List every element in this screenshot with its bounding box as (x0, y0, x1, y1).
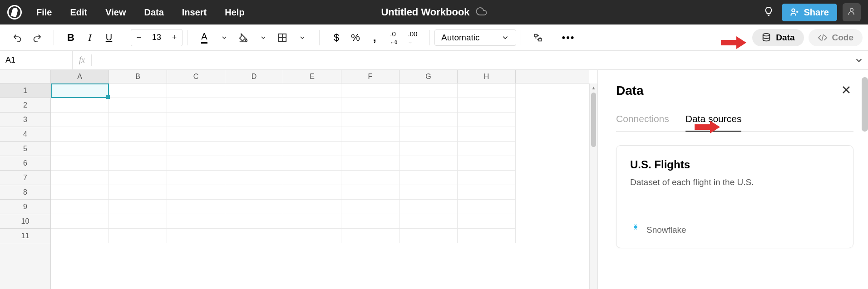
scroll-thumb[interactable] (591, 93, 596, 147)
cell[interactable] (51, 98, 109, 113)
cell[interactable] (225, 214, 283, 229)
cell[interactable] (458, 142, 516, 156)
cell[interactable] (167, 185, 225, 200)
cell[interactable] (51, 127, 109, 142)
cell[interactable] (458, 127, 516, 142)
cell[interactable] (109, 214, 167, 229)
comma-button[interactable]: , (366, 29, 383, 46)
cell[interactable] (399, 200, 458, 214)
cell[interactable] (399, 156, 458, 171)
cell[interactable] (225, 127, 283, 142)
cell[interactable] (167, 200, 225, 214)
undo-button[interactable] (9, 29, 26, 46)
cell[interactable] (399, 142, 458, 156)
sheet-vertical-scrollbar[interactable]: ▲ (589, 83, 597, 289)
italic-button[interactable]: I (81, 29, 99, 46)
cell[interactable] (283, 185, 341, 200)
cell[interactable] (458, 200, 516, 214)
app-logo[interactable] (7, 5, 22, 20)
cell[interactable] (399, 171, 458, 185)
workbook-title[interactable]: Untitled Workbook (381, 6, 469, 18)
cell[interactable] (458, 83, 516, 98)
menu-help[interactable]: Help (225, 7, 244, 18)
font-size-value[interactable]: 13 (147, 33, 167, 42)
cell[interactable] (167, 98, 225, 113)
row-header[interactable]: 4 (0, 127, 50, 142)
cell[interactable] (341, 185, 399, 200)
cell[interactable] (341, 83, 399, 98)
cell[interactable] (225, 229, 283, 243)
cell[interactable] (167, 156, 225, 171)
cell-a1[interactable] (51, 83, 109, 98)
cell[interactable] (341, 113, 399, 127)
col-header[interactable]: E (283, 70, 341, 83)
cell[interactable] (51, 214, 109, 229)
menu-file[interactable]: File (36, 7, 52, 18)
row-header[interactable]: 2 (0, 98, 50, 113)
cell[interactable] (458, 98, 516, 113)
cell[interactable] (109, 142, 167, 156)
row-header[interactable]: 5 (0, 142, 50, 156)
cell[interactable] (109, 171, 167, 185)
cell[interactable] (458, 229, 516, 243)
menu-view[interactable]: View (105, 7, 126, 18)
percent-button[interactable]: % (347, 29, 364, 46)
fill-color-button[interactable] (235, 29, 252, 46)
cell[interactable] (283, 113, 341, 127)
cells-grid[interactable] (51, 83, 589, 289)
scroll-up-icon[interactable]: ▲ (590, 83, 597, 92)
row-header[interactable]: 10 (0, 214, 50, 229)
cell[interactable] (283, 171, 341, 185)
fill-color-dropdown[interactable] (255, 29, 272, 46)
cell[interactable] (51, 171, 109, 185)
cell[interactable] (283, 156, 341, 171)
borders-dropdown[interactable] (294, 29, 311, 46)
cell[interactable] (225, 83, 283, 98)
redo-button[interactable] (28, 29, 45, 46)
row-header[interactable]: 3 (0, 113, 50, 127)
page-scrollbar-thumb[interactable] (862, 77, 868, 132)
underline-button[interactable]: U (100, 29, 118, 46)
cell[interactable] (283, 142, 341, 156)
cell[interactable] (225, 142, 283, 156)
more-button[interactable]: ••• (560, 29, 577, 46)
cell[interactable] (341, 171, 399, 185)
cell[interactable] (458, 113, 516, 127)
cell[interactable] (458, 185, 516, 200)
cell[interactable] (399, 98, 458, 113)
cell[interactable] (283, 127, 341, 142)
menu-insert[interactable]: Insert (182, 7, 207, 18)
tips-icon[interactable] (761, 4, 776, 21)
text-color-dropdown[interactable] (216, 29, 233, 46)
cell[interactable] (283, 214, 341, 229)
row-header[interactable]: 1 (0, 83, 50, 98)
code-panel-toggle[interactable]: Code (809, 29, 863, 46)
cell[interactable] (341, 127, 399, 142)
data-panel-toggle[interactable]: Data (752, 29, 804, 46)
cell[interactable] (167, 142, 225, 156)
col-header[interactable]: B (109, 70, 167, 83)
cell[interactable] (341, 156, 399, 171)
data-source-card[interactable]: U.S. Flights Dataset of each flight in t… (616, 145, 853, 248)
cell[interactable] (109, 156, 167, 171)
cell[interactable] (51, 156, 109, 171)
cell[interactable] (399, 113, 458, 127)
cell[interactable] (283, 83, 341, 98)
cell[interactable] (167, 214, 225, 229)
col-header[interactable]: A (51, 70, 109, 83)
user-menu-button[interactable] (843, 3, 861, 21)
font-size-increase[interactable]: + (167, 29, 182, 46)
cell[interactable] (109, 200, 167, 214)
cell[interactable] (283, 98, 341, 113)
decrease-decimal-button[interactable]: .0←0 (385, 29, 402, 46)
cell[interactable] (109, 98, 167, 113)
menu-data[interactable]: Data (144, 7, 163, 18)
cell[interactable] (341, 229, 399, 243)
menu-edit[interactable]: Edit (70, 7, 87, 18)
borders-button[interactable] (274, 29, 291, 46)
cell[interactable] (51, 142, 109, 156)
spill-button[interactable] (529, 29, 547, 46)
row-header[interactable]: 6 (0, 156, 50, 171)
cell[interactable] (109, 229, 167, 243)
cell[interactable] (225, 156, 283, 171)
